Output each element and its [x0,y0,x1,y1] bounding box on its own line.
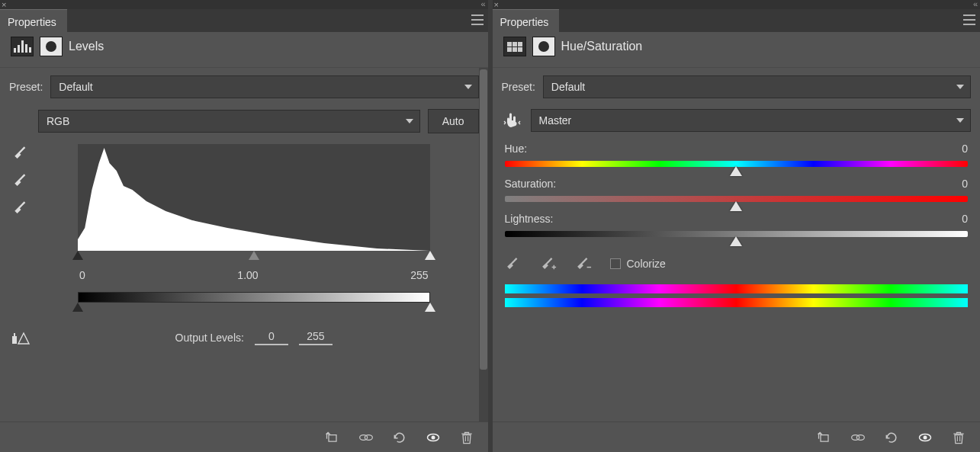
lightness-value[interactable]: 0 [962,213,968,225]
chevron-down-icon [406,119,413,123]
hue-value[interactable]: 0 [962,143,968,155]
input-white-handle[interactable] [425,251,435,260]
hue-saturation-panel: × « Properties Hue/Saturation Preset: De… [493,0,981,452]
preset-select[interactable]: Default [50,75,478,98]
targeted-adjustment-icon[interactable] [502,110,523,131]
chevron-down-icon [956,85,964,89]
colorize-label: Colorize [627,258,666,270]
eyedropper-add-icon[interactable] [540,255,557,272]
eyedropper-icon[interactable] [505,255,522,272]
eyedropper-black-icon[interactable] [12,144,29,161]
chevron-down-icon [956,118,964,123]
input-gamma-handle[interactable] [249,251,259,260]
panel-topbar: × « [493,0,981,9]
hue-slider[interactable] [505,161,969,167]
preset-value: Default [551,81,585,93]
reset-icon[interactable] [882,428,901,447]
hue-saturation-adjustment-icon [503,37,526,56]
tab-label: Properties [8,16,56,28]
collapse-icon[interactable]: « [973,0,975,8]
hue-bar-top[interactable] [505,284,969,293]
lightness-handle[interactable] [730,236,742,246]
levels-adjustment-icon [11,37,34,56]
auto-label: Auto [442,115,464,127]
saturation-label: Saturation: [505,178,557,190]
view-previous-icon[interactable] [357,428,375,447]
clip-to-layer-icon[interactable] [815,428,834,447]
panel-footer [0,422,488,452]
hue-handle[interactable] [730,166,742,176]
clip-to-layer-icon[interactable] [323,428,342,447]
saturation-value[interactable]: 0 [962,178,968,190]
panel-menu-icon[interactable] [962,14,977,26]
eyedropper-white-icon[interactable] [12,199,29,216]
panel-menu-icon[interactable] [470,14,485,26]
tab-bar: Properties [493,9,981,32]
colorize-checkbox[interactable] [610,258,621,269]
preset-label: Preset: [502,81,535,93]
input-slider[interactable] [78,251,430,264]
view-previous-icon[interactable] [849,428,867,447]
input-black-handle[interactable] [72,251,83,260]
panel-body: Preset: Default Master Hue: 0 [493,68,981,422]
close-icon[interactable]: × [494,1,499,9]
layer-mask-icon[interactable] [40,37,63,56]
chevron-down-icon [464,85,472,89]
lightness-slider[interactable] [505,231,969,237]
panel-topbar: × « [0,0,488,9]
input-gamma-value[interactable]: 1.00 [237,269,258,281]
reset-icon[interactable] [390,428,409,447]
output-label: Output Levels: [175,332,244,344]
channel-value: RGB [47,115,69,127]
preset-value: Default [59,81,92,93]
close-icon[interactable]: × [2,1,6,9]
hue-label: Hue: [505,143,528,155]
color-range-bars [502,284,972,307]
clip-warning-icon[interactable] [11,332,31,345]
collapse-icon[interactable]: « [480,0,483,8]
histogram [78,144,430,251]
output-white-handle[interactable] [425,303,435,312]
tab-properties[interactable]: Properties [493,9,560,32]
auto-button[interactable]: Auto [428,109,479,133]
levels-panel: × « Properties Levels Preset: Default [0,0,488,452]
panel-body: Preset: Default RGB Auto [0,68,488,422]
svg-point-3 [431,435,435,439]
preset-select[interactable]: Default [543,75,971,98]
visibility-icon[interactable] [916,428,934,447]
svg-point-7 [924,435,927,439]
adjustment-title: Hue/Saturation [561,40,643,53]
input-black-value[interactable]: 0 [79,269,85,281]
svg-point-1 [365,434,372,440]
delete-icon[interactable] [458,428,476,447]
panel-footer [493,422,981,452]
delete-icon[interactable] [949,428,968,447]
hue-bar-bottom[interactable] [505,298,969,307]
svg-point-5 [856,434,864,440]
tab-label: Properties [500,16,549,28]
scrollbar[interactable] [479,68,488,422]
channel-select[interactable]: RGB [38,110,420,133]
eyedropper-gray-icon[interactable] [12,172,29,188]
output-gradient [78,292,430,303]
tab-bar: Properties [0,9,488,32]
edit-select[interactable]: Master [531,109,972,132]
adjustment-title: Levels [69,40,104,53]
preset-label: Preset: [9,81,43,93]
saturation-slider[interactable] [505,196,969,202]
eyedropper-subtract-icon[interactable] [575,255,592,272]
tab-properties[interactable]: Properties [0,9,67,32]
layer-mask-icon[interactable] [532,37,555,56]
output-black-handle[interactable] [72,303,83,312]
lightness-label: Lightness: [505,213,554,225]
saturation-handle[interactable] [730,201,742,211]
output-white-value[interactable]: 255 [299,330,333,345]
visibility-icon[interactable] [424,428,442,447]
output-slider[interactable] [78,303,430,316]
edit-value: Master [539,114,572,127]
input-white-value[interactable]: 255 [410,269,428,281]
output-black-value[interactable]: 0 [255,330,288,345]
